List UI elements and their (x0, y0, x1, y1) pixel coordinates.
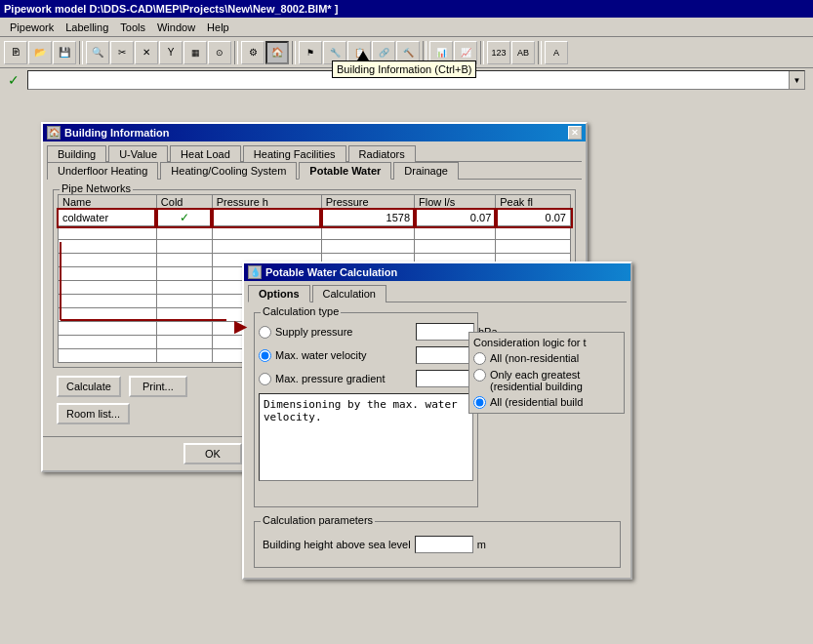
cell-cold: ✓ (156, 210, 212, 226)
building-height-input[interactable]: 54.88 (415, 536, 473, 553)
building-info-icon: 🏠 (271, 47, 283, 58)
toolbar-btn-10[interactable]: ⚙ (241, 41, 264, 64)
building-info-close-btn[interactable]: ✕ (568, 126, 582, 140)
toolbar-btn-4[interactable]: 🔍 (86, 41, 109, 64)
toolbar-btn-9[interactable]: ⊙ (208, 41, 231, 64)
toolbar-btn-7[interactable]: Y (159, 41, 183, 64)
toolbar-sep-1 (79, 41, 83, 64)
consideration-title: Consideration logic for t (473, 337, 620, 348)
toolbar-btn-19[interactable]: AB (511, 41, 535, 64)
table-row[interactable]: coldwater ✓ 1578 0.07 0.07 (59, 210, 571, 226)
col-pressure-h: Pressure h (212, 195, 321, 210)
menu-bar: Pipework Labelling Tools Window Help (0, 18, 813, 37)
supply-pressure-label: Supply pressure (275, 326, 412, 338)
consideration-radio-2[interactable] (473, 396, 486, 409)
calc-type-group: Calculation type Supply pressure hPa Max… (254, 312, 478, 507)
toolbar-sep-2 (234, 41, 238, 64)
cell-pressure-h (212, 210, 321, 226)
supply-pressure-row: Supply pressure hPa (259, 323, 473, 341)
menu-tools[interactable]: Tools (114, 20, 151, 34)
calculate-button[interactable]: Calculate (57, 376, 121, 397)
toolbar-btn-20[interactable]: A (545, 41, 568, 64)
col-cold: Cold (156, 195, 212, 210)
cell-peak: 0.07 (496, 210, 571, 226)
building-height-unit: m (477, 539, 486, 550)
tab-heating-cooling[interactable]: Heating/Cooling System (160, 162, 297, 180)
room-list-button[interactable]: Room list... (57, 403, 130, 424)
consideration-radio-0[interactable] (473, 352, 486, 365)
col-pressure: Pressure (321, 195, 414, 210)
tab-options[interactable]: Options (248, 285, 310, 302)
menu-labelling[interactable]: Labelling (60, 20, 114, 34)
consideration-radio-1[interactable] (473, 369, 486, 382)
max-velocity-label: Max. water velocity (275, 349, 412, 361)
col-peak: Peak fl (496, 195, 571, 210)
tooltip-box: Building Information (Ctrl+B) (332, 60, 476, 78)
max-velocity-row: Max. water velocity 2.5 m/s (259, 346, 473, 364)
consideration-label-1: Only each greatest(residential building (490, 369, 583, 392)
tabs-row1: Building U-Value Heat Load Heating Facil… (47, 145, 582, 162)
toolbar-sep-5 (480, 41, 484, 64)
red-arrow-indicator: ▶ (234, 317, 246, 336)
tab-calculation[interactable]: Calculation (312, 285, 386, 302)
potable-content: Calculation type Supply pressure hPa Max… (244, 302, 630, 578)
print-button[interactable]: Print... (129, 376, 187, 397)
toolbar-btn-8[interactable]: ▦ (183, 41, 207, 64)
toolbar-btn-18[interactable]: 123 (487, 41, 510, 64)
max-pressure-radio[interactable] (259, 373, 271, 385)
cell-name: coldwater (59, 210, 157, 226)
title-text: Pipework model D:\DDS-CAD\MEP\Projects\N… (4, 3, 338, 15)
col-name: Name (59, 195, 157, 210)
calc-type-label: Calculation type (261, 305, 341, 317)
max-pressure-row: Max. pressure gradient hPa/m (259, 370, 473, 387)
menu-pipework[interactable]: Pipework (4, 20, 60, 34)
tabs-row2: Underfloor Heating Heating/Cooling Syste… (47, 162, 582, 180)
cell-flow: 0.07 (415, 210, 496, 226)
tab-building[interactable]: Building (47, 145, 106, 162)
consideration-label-2: All (residential build (490, 396, 583, 408)
max-velocity-input[interactable]: 2.5 (416, 346, 474, 364)
toolbar-btn-6[interactable]: ✕ (135, 41, 158, 64)
info-area-container (259, 393, 473, 483)
potable-tabs: Options Calculation (248, 285, 627, 302)
table-row (59, 240, 571, 254)
radio-item-0: All (non-residential (473, 352, 620, 365)
col-flow: Flow l/s (415, 195, 496, 210)
tab-radiators[interactable]: Radiators (348, 145, 416, 162)
toolbar-btn-5[interactable]: ✂ (110, 41, 134, 64)
input-dropdown[interactable]: ▼ (789, 71, 804, 89)
supply-pressure-input[interactable] (416, 323, 474, 341)
tab-uvalue[interactable]: U-Value (108, 145, 168, 162)
building-height-row: Building height above sea level 54.88 m (263, 536, 612, 553)
toolbar-btn-2[interactable]: 📂 (28, 41, 52, 64)
building-info-title-bar: 🏠 Building Information ✕ (43, 124, 586, 141)
max-velocity-radio[interactable] (259, 349, 271, 362)
toolbar-btn-11[interactable]: ⚑ (299, 41, 322, 64)
building-info-title-text: Building Information (64, 127, 170, 139)
supply-pressure-radio[interactable] (259, 326, 271, 339)
max-pressure-input[interactable] (416, 370, 474, 387)
tab-potable-water[interactable]: Potable Water (299, 162, 391, 180)
title-bar: Pipework model D:\DDS-CAD\MEP\Projects\N… (0, 0, 813, 18)
toolbar-btn-1[interactable]: 🖹 (4, 41, 27, 64)
toolbar-btn-building[interactable]: 🏠 (265, 41, 289, 64)
tab-heating-facilities[interactable]: Heating Facilities (243, 145, 346, 162)
calc-params-group: Calculation parameters Building height a… (254, 521, 621, 568)
menu-window[interactable]: Window (151, 20, 201, 34)
menu-help[interactable]: Help (201, 20, 235, 34)
tab-drainage[interactable]: Drainage (393, 162, 459, 180)
tab-heatload[interactable]: Heat Load (170, 145, 241, 162)
radio-item-1: Only each greatest(residential building (473, 369, 620, 392)
pipe-networks-label: Pipe Networks (60, 182, 133, 194)
potable-title-icon: 💧 (248, 265, 262, 279)
consideration-box: Consideration logic for t All (non-resid… (468, 332, 625, 414)
potable-title-bar: 💧 Potable Water Calculation (244, 263, 630, 281)
info-textarea (259, 393, 473, 481)
consideration-label-0: All (non-residential (490, 352, 579, 364)
toolbar-btn-3[interactable]: 💾 (53, 41, 76, 64)
radio-group: All (non-residential Only each greatest(… (473, 352, 620, 409)
tab-underfloor[interactable]: Underfloor Heating (47, 162, 158, 180)
ok-button[interactable]: OK (183, 443, 242, 464)
table-row (59, 226, 571, 240)
toolbar-sep-6 (538, 41, 542, 64)
